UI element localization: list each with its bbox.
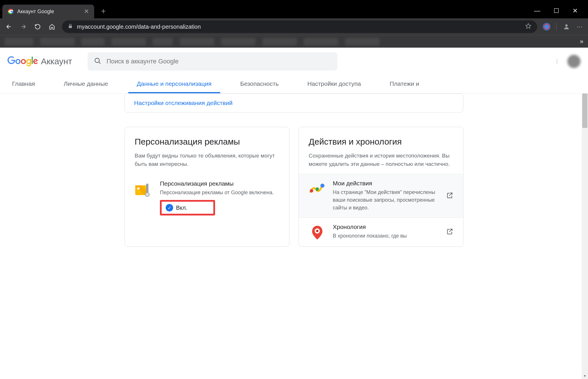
page-content: История мес История YouTube Вкл. Аккаунт…	[0, 48, 588, 379]
timeline-icon	[309, 223, 326, 241]
new-tab-button[interactable]: ＋	[99, 5, 107, 16]
tab-security[interactable]: Безопасность	[232, 75, 287, 93]
svg-point-11	[316, 230, 318, 232]
timeline-section[interactable]: Хронология В хронологии показано, где вы	[299, 217, 463, 246]
app-header: Аккаунт ⋮	[0, 48, 588, 75]
url-text: myaccount.google.com/data-and-personaliz…	[77, 24, 521, 30]
star-icon[interactable]	[525, 23, 531, 30]
search-input[interactable]	[107, 58, 331, 65]
reload-button[interactable]	[33, 22, 42, 31]
svg-point-2	[95, 58, 99, 63]
tab-home[interactable]: Главная	[3, 75, 44, 93]
svg-point-8	[316, 187, 319, 191]
ad-personalization-section[interactable]: Персонализация рекламы Персонализация ре…	[125, 174, 289, 218]
address-bar[interactable]: myaccount.google.com/data-and-personaliz…	[62, 20, 537, 33]
activity-controls-link[interactable]: Настройки отслеживания действий	[134, 100, 233, 106]
ad-personalization-card: Персонализация рекламы Вам будут видны т…	[125, 127, 289, 247]
tab-personal-info[interactable]: Личные данные	[55, 75, 117, 93]
section-desc: На странице "Мои действия" перечислены в…	[333, 188, 439, 212]
home-button[interactable]	[48, 22, 56, 31]
account-label: Аккаунт	[41, 57, 72, 66]
browser-chrome: Аккаунт Google ✕ ＋ ― ☐ ✕ myaccount.googl…	[0, 0, 588, 48]
browser-tab[interactable]: Аккаунт Google ✕	[2, 5, 94, 18]
bookmark-item[interactable]	[5, 38, 33, 45]
scroll-down-icon[interactable]: ▾	[582, 373, 588, 379]
status-text: Вкл.	[176, 205, 187, 211]
card-title: Персонализация рекламы	[135, 137, 279, 147]
back-button[interactable]	[5, 22, 13, 31]
section-desc: В хронологии показано, где вы	[333, 232, 439, 240]
bookmark-item[interactable]	[82, 38, 105, 45]
bookmarks-bar: »	[0, 35, 588, 48]
bookmark-item[interactable]	[40, 38, 75, 45]
open-external-icon	[446, 228, 453, 236]
tab-people-sharing[interactable]: Настройки доступа	[299, 75, 370, 93]
card-desc: Вам будут видны только те объявления, ко…	[135, 152, 279, 168]
scrollbar[interactable]: ▴ ▾	[582, 48, 588, 379]
svg-point-1	[565, 24, 568, 27]
bookmark-item[interactable]	[262, 38, 297, 45]
section-title: Хронология	[333, 223, 439, 230]
minimize-icon[interactable]: ―	[534, 7, 540, 15]
browser-menu-icon[interactable]: ⋮	[577, 24, 583, 29]
bookmark-item[interactable]	[111, 38, 146, 45]
avatar[interactable]	[567, 55, 581, 68]
forward-button[interactable]	[19, 22, 28, 31]
bookmark-item[interactable]	[304, 38, 338, 45]
extension-icon[interactable]	[543, 23, 550, 30]
tab-title: Аккаунт Google	[17, 9, 80, 15]
bookmarks-overflow-icon[interactable]: »	[580, 38, 583, 45]
titlebar	[0, 0, 588, 3]
svg-point-9	[320, 184, 324, 188]
bookmark-item[interactable]	[153, 38, 173, 45]
card-desc: Сохраненные действия и история местополо…	[309, 152, 453, 168]
maximize-icon[interactable]: ☐	[554, 7, 559, 15]
profile-icon[interactable]	[562, 22, 571, 31]
header-search[interactable]	[88, 52, 337, 71]
tracking-card: Настройки отслеживания действий	[125, 94, 463, 112]
activity-timeline-card: Действия и хронология Сохраненные действ…	[299, 127, 463, 247]
cards-row: Персонализация рекламы Вам будут видны т…	[125, 127, 463, 247]
bookmark-item[interactable]	[221, 38, 256, 45]
tab-data-personalization[interactable]: Данные и персонализация	[128, 75, 220, 93]
google-favicon	[7, 8, 14, 15]
my-activity-section[interactable]: Мои действия На странице "Мои действия" …	[299, 174, 463, 217]
svg-point-4	[137, 187, 140, 190]
tab-close-icon[interactable]: ✕	[84, 8, 89, 15]
section-title: Мои действия	[333, 180, 439, 187]
svg-point-6	[145, 193, 149, 197]
section-title: Персонализация рекламы	[160, 180, 274, 187]
nav-bar: myaccount.google.com/data-and-personaliz…	[0, 18, 588, 35]
status-badge-highlighted: ✓ Вкл.	[160, 200, 215, 215]
scrollbar-thumb[interactable]	[582, 94, 587, 128]
card-title: Действия и хронология	[309, 137, 453, 147]
lock-icon	[68, 24, 73, 30]
nav-tabs: Главная Личные данные Данные и персонали…	[0, 75, 588, 94]
section-desc: Персонализация рекламы от Google включен…	[160, 189, 274, 197]
apps-menu-icon[interactable]: ⋮	[555, 59, 559, 64]
open-external-icon	[446, 192, 453, 200]
close-window-icon[interactable]: ✕	[572, 7, 578, 15]
my-activity-icon	[309, 180, 326, 197]
tab-payments[interactable]: Платежи и	[381, 75, 428, 93]
svg-point-7	[310, 189, 313, 193]
check-icon: ✓	[166, 204, 173, 211]
bookmark-item[interactable]	[345, 38, 380, 45]
main-content: Настройки отслеживания действий Персонал…	[0, 94, 588, 258]
tab-strip: Аккаунт Google ✕ ＋ ― ☐ ✕	[0, 3, 588, 18]
search-icon	[94, 57, 101, 66]
ads-tag-icon	[135, 181, 152, 199]
google-logo[interactable]: Аккаунт	[7, 56, 72, 67]
divider	[556, 23, 556, 31]
bookmark-item[interactable]	[180, 38, 214, 45]
window-controls: ― ☐ ✕	[534, 7, 586, 15]
